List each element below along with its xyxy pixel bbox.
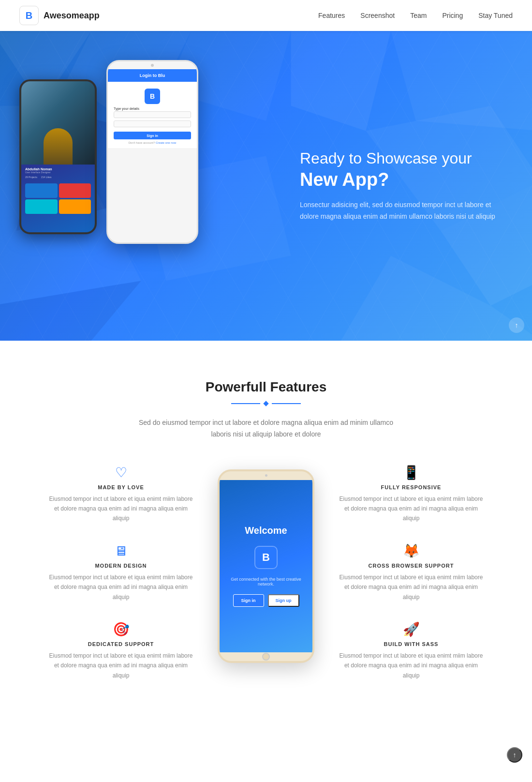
phone-dark-grid	[21, 181, 95, 216]
feature-desc-0: Eiusmod tempor inct ut labore et iqua en…	[48, 494, 193, 524]
center-phone-wrapper: Welcome B Get connected with the best cr…	[213, 465, 319, 663]
phone-password-input[interactable]	[114, 120, 191, 127]
phone-sign-in-btn[interactable]: Sign in	[114, 132, 191, 139]
features-grid: ♡ MADE BY LOVE Eiusmod tempor inct ut la…	[48, 465, 484, 681]
phone-dark-name: Abdullah Noman	[25, 167, 91, 171]
phone-dark-screen: Abdullah Noman User Interface Designer 2…	[21, 81, 95, 232]
hero-title: New App?	[300, 170, 503, 190]
cp-home-btn[interactable]	[262, 653, 270, 661]
nav-screenshot[interactable]: Screenshot	[360, 12, 395, 19]
phone-notch-dot	[151, 64, 154, 67]
features-title: Powerfull Features	[19, 379, 513, 395]
center-phone-notch	[220, 471, 312, 480]
features-right-col: 📱 FULLY RESPONSIVE Eiusmod tempor inct u…	[339, 465, 484, 681]
feature-build-sass: 🚀 BUILD WITH SASS Eiusmod tempor inct ut…	[339, 621, 484, 680]
phone-dark-stat-projects: 29 Projects	[25, 176, 37, 179]
cp-sign-in-btn[interactable]: Sign in	[233, 594, 264, 607]
phone-dark-info: Abdullah Noman User Interface Designer 2…	[21, 165, 95, 181]
phone-dark-avatar-img	[21, 81, 95, 165]
phone-screen-header: Login to Blu	[108, 69, 197, 82]
navbar-links: Features Screenshot Team Pricing Stay Tu…	[318, 12, 513, 19]
nav-features[interactable]: Features	[318, 12, 345, 19]
mobile-icon: 📱	[339, 465, 484, 481]
nav-stay-tuned[interactable]: Stay Tuned	[478, 12, 513, 19]
hero-section: Abdullah Noman User Interface Designer 2…	[0, 31, 532, 341]
monitor-icon: 🖥	[48, 543, 193, 559]
hero-phones: Abdullah Noman User Interface Designer 2…	[19, 60, 203, 312]
phone-form-label: Type your details	[114, 107, 139, 110]
phone-link-text: Don't have account? Create one now	[129, 141, 177, 144]
feature-desc-r2: Eiusmod tempor inct ut labore et iqua en…	[339, 651, 484, 680]
avatar-silhouette	[44, 128, 73, 165]
hero-desc: Lonsectur adisicing elit, sed do eiusmod…	[300, 199, 503, 223]
brand-logo: B	[19, 6, 39, 25]
brand: B Awesomeapp	[19, 6, 100, 25]
section-divider	[19, 402, 513, 406]
feature-desc-2: Eiusmod tempor inct ut labore et iqua en…	[48, 651, 193, 680]
cp-sign-up-btn[interactable]: Sign up	[268, 594, 299, 607]
phone-notch	[108, 61, 197, 69]
rocket-icon: 🚀	[339, 621, 484, 637]
center-phone-bottom	[220, 652, 312, 661]
phone-white-screen: Login to Blu B Type your details Sign in…	[108, 69, 197, 148]
feature-name-2: DEDICATED SUPPORT	[48, 641, 193, 647]
navbar: B Awesomeapp Features Screenshot Team Pr…	[0, 0, 532, 31]
cp-tagline: Get connected with the best creative net…	[227, 577, 305, 586]
phone-logo-area: B	[145, 89, 160, 104]
center-phone-screen: Welcome B Get connected with the best cr…	[220, 480, 312, 652]
phone-dark-stat-likes: 214 Likes	[41, 176, 51, 179]
feature-fully-responsive: 📱 FULLY RESPONSIVE Eiusmod tempor inct u…	[339, 465, 484, 524]
cp-welcome: Welcome	[245, 525, 287, 536]
phone-tile-3	[25, 199, 58, 214]
phone-email-input[interactable]	[114, 111, 191, 118]
phone-dark-stats: 29 Projects 214 Likes	[25, 176, 91, 179]
phone-logo-box: B	[145, 89, 160, 104]
features-left-col: ♡ MADE BY LOVE Eiusmod tempor inct ut la…	[48, 465, 193, 681]
feature-name-0: MADE BY LOVE	[48, 484, 193, 490]
feature-name-r2: BUILD WITH SASS	[339, 641, 484, 647]
phone-white: Login to Blu B Type your details Sign in…	[106, 60, 198, 244]
hero-content: Abdullah Noman User Interface Designer 2…	[0, 31, 532, 341]
phone-header-text: Login to Blu	[113, 73, 192, 78]
phone-dark-avatar	[21, 81, 95, 165]
cp-buttons: Sign in Sign up	[233, 594, 299, 607]
heart-icon: ♡	[48, 465, 193, 481]
feature-name-1: MODERN DESIGN	[48, 563, 193, 569]
features-section: Powerfull Features Sed do eiusmod tempor…	[0, 341, 532, 709]
phone-tile-1	[25, 183, 58, 198]
nav-pricing[interactable]: Pricing	[442, 12, 463, 19]
hero-scroll-btn[interactable]: ↑	[509, 317, 524, 333]
feature-dedicated-support: 🎯 DEDICATED SUPPORT Eiusmod tempor inct …	[48, 621, 193, 680]
nav-team[interactable]: Team	[410, 12, 427, 19]
features-desc: Sed do eiusmod tempor inct ut labore et …	[135, 417, 397, 440]
phone-tile-2	[59, 183, 91, 198]
feature-name-r1: CROSS BROWSER SUPPORT	[339, 563, 484, 569]
divider-line-left	[231, 403, 260, 404]
browser-icon: 🦊	[339, 543, 484, 559]
feature-desc-r1: Eiusmod tempor inct ut labore et iqua en…	[339, 572, 484, 602]
feature-made-by-love: ♡ MADE BY LOVE Eiusmod tempor inct ut la…	[48, 465, 193, 524]
cp-logo: B	[254, 546, 278, 569]
feature-desc-r0: Eiusmod tempor inct ut labore et iqua en…	[339, 494, 484, 524]
brand-name: Awesomeapp	[44, 11, 100, 21]
phone-create-link[interactable]: Create one now	[156, 141, 176, 144]
center-phone: Welcome B Get connected with the best cr…	[218, 469, 314, 663]
support-icon: 🎯	[48, 621, 193, 637]
cp-notch-dot	[265, 474, 267, 477]
divider-diamond	[263, 401, 268, 406]
feature-desc-1: Eiusmod tempor inct ut labore et iqua en…	[48, 572, 193, 602]
feature-modern-design: 🖥 MODERN DESIGN Eiusmod tempor inct ut l…	[48, 543, 193, 602]
feature-cross-browser: 🦊 CROSS BROWSER SUPPORT Eiusmod tempor i…	[339, 543, 484, 602]
phone-dark: Abdullah Noman User Interface Designer 2…	[19, 79, 97, 234]
phone-dark-sub: User Interface Designer	[25, 171, 91, 174]
hero-tagline: Ready to Showcase your	[300, 149, 503, 167]
phone-tile-4	[59, 199, 91, 214]
feature-name-r0: FULLY RESPONSIVE	[339, 484, 484, 490]
phone-no-account: Don't have account?	[129, 141, 155, 144]
hero-text: Ready to Showcase your New App? Lonsectu…	[300, 149, 503, 223]
divider-line-right	[272, 403, 301, 404]
